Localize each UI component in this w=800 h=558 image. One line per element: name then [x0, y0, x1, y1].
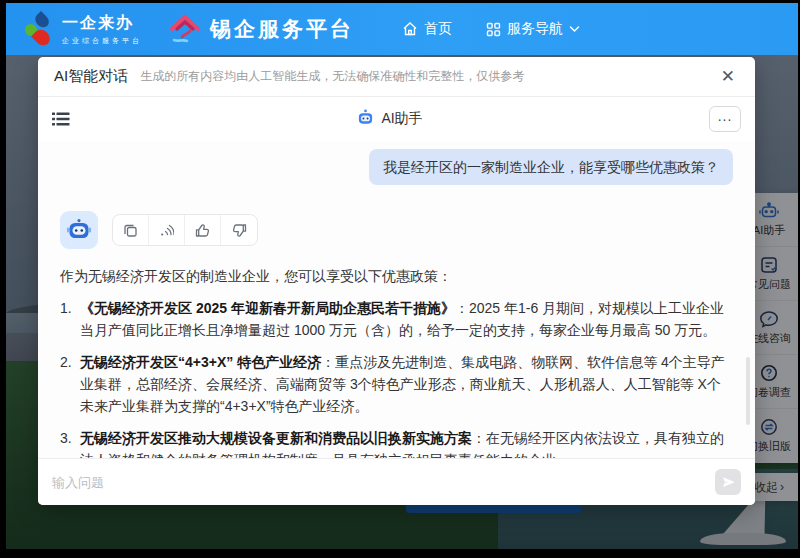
- policy-title: 无锡经济开发区推动大规模设备更新和消费品以旧换新实施方案: [80, 430, 472, 446]
- drops-logo-icon: [24, 11, 54, 47]
- nav-services-label: 服务导航: [507, 20, 563, 38]
- list-number: 2.: [60, 351, 80, 417]
- user-message-bubble: 我是经开区的一家制造业企业，能享受哪些优惠政策？: [369, 149, 733, 185]
- dialog-header: AI智能对话 生成的所有内容均由人工智能生成，无法确保准确性和完整性，仅供参考 …: [38, 57, 755, 97]
- read-aloud-icon[interactable]: [149, 215, 185, 245]
- conversation-list-icon[interactable]: [52, 111, 70, 127]
- ai-actions-toolbar: [112, 214, 258, 246]
- chevron-down-icon: [569, 25, 580, 33]
- chat-input-bar: [38, 458, 755, 505]
- ai-chat-dialog: AI智能对话 生成的所有内容均由人工智能生成，无法确保准确性和完整性，仅供参考 …: [38, 57, 755, 505]
- nav-services[interactable]: 服务导航: [486, 20, 580, 38]
- grid-icon: [486, 22, 501, 37]
- home-icon: [402, 21, 418, 37]
- dialog-title: AI智能对话: [54, 67, 128, 86]
- assistant-title: AI助手: [70, 109, 709, 129]
- house-logo-icon: [168, 13, 202, 45]
- close-icon[interactable]: ✕: [717, 66, 739, 87]
- ai-intro: 作为无锡经济开发区的制造业企业，您可以享受以下优惠政策：: [60, 265, 733, 287]
- policy-title: 无锡经济开发区“4+3+X” 特色产业经济: [80, 354, 321, 370]
- thumbs-down-icon[interactable]: [221, 215, 257, 245]
- app-screen: AI助手 常见问题 在线咨询 问卷调查: [6, 3, 798, 549]
- chat-scrollbar[interactable]: [746, 357, 750, 425]
- question-input[interactable]: [52, 475, 705, 490]
- assistant-name: AI助手: [381, 110, 422, 128]
- logo-yiqilaiban[interactable]: 一企来办 企业综合服务平台: [24, 11, 142, 47]
- dialog-disclaimer: 生成的所有内容均由人工智能生成，无法确保准确性和完整性，仅供参考: [140, 68, 717, 85]
- top-header: 一企来办 企业综合服务平台 锡企服务平台 首页 服务导航: [6, 3, 798, 55]
- policy-item-3: 3. 无锡经济开发区推动大规模设备更新和消费品以旧换新实施方案：在无锡经开区内依…: [60, 427, 733, 458]
- ai-message-header: [60, 211, 733, 249]
- nav-home-label: 首页: [424, 20, 452, 38]
- logo-subtitle: 企业综合服务平台: [62, 36, 142, 46]
- policy-title: 《无锡经济开发区 2025 年迎新春开新局助企惠民若干措施》: [80, 300, 455, 316]
- ai-message-body: 作为无锡经济开发区的制造业企业，您可以享受以下优惠政策： 1. 《无锡经济开发区…: [60, 265, 733, 458]
- list-number: 1.: [60, 297, 80, 341]
- logo-title: 一企来办: [62, 13, 142, 34]
- copy-icon[interactable]: [113, 215, 149, 245]
- policy-item-1: 1. 《无锡经济开发区 2025 年迎新春开新局助企惠民若干措施》：2025 年…: [60, 297, 733, 341]
- send-button[interactable]: [715, 469, 741, 495]
- chat-header: AI助手 ...: [38, 97, 755, 141]
- robot-avatar-small-icon: [356, 109, 375, 129]
- messages-area[interactable]: 我是经开区的一家制造业企业，能享受哪些优惠政策？: [38, 141, 755, 458]
- nav-home[interactable]: 首页: [402, 20, 452, 38]
- thumbs-up-icon[interactable]: [185, 215, 221, 245]
- policy-item-2: 2. 无锡经济开发区“4+3+X” 特色产业经济：重点涉及先进制造、集成电路、物…: [60, 351, 733, 417]
- platform-title: 锡企服务平台: [210, 15, 354, 43]
- more-options-button[interactable]: ...: [709, 106, 741, 132]
- user-message-row: 我是经开区的一家制造业企业，能享受哪些优惠政策？: [60, 149, 733, 185]
- logo-platform[interactable]: 锡企服务平台: [168, 13, 354, 45]
- list-number: 3.: [60, 427, 80, 458]
- main-nav: 首页 服务导航: [402, 20, 580, 38]
- ai-avatar: [60, 211, 98, 249]
